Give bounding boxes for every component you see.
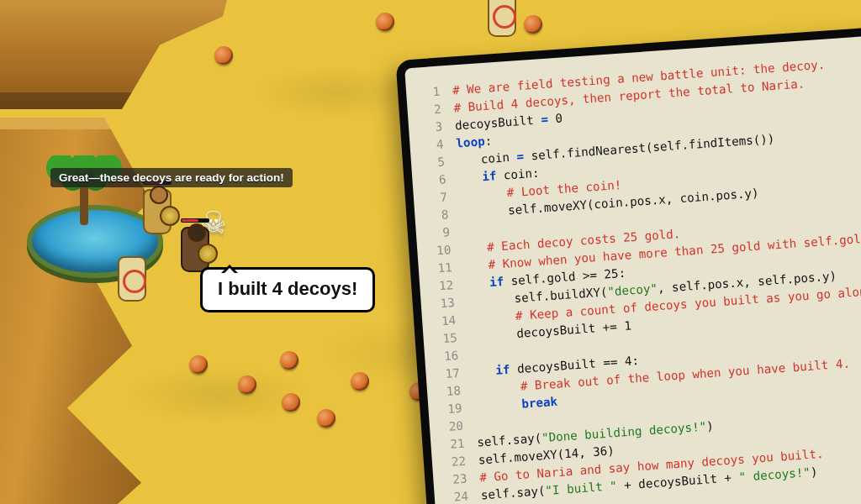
decoy-unit[interactable] [118, 256, 146, 302]
code-token: 0 [547, 112, 563, 126]
hero-unit[interactable] [181, 227, 209, 272]
coin [282, 393, 300, 412]
code-token: ) [706, 419, 715, 433]
ally-naria[interactable] [143, 189, 172, 234]
code-editor[interactable]: # We are field testing a new battle unit… [406, 51, 861, 504]
code-keyword: break [521, 395, 558, 411]
code-keyword: if [482, 169, 497, 183]
decoy-unit[interactable] [488, 0, 516, 37]
shield-icon [160, 206, 180, 226]
code-string: " decoys!" [738, 465, 811, 484]
code-keyword: loop [456, 134, 485, 150]
code-string: "decoy" [607, 281, 658, 298]
game-screenshot: ☠ Great—these decoys are ready for actio… [0, 0, 861, 504]
hero-speech-bubble: I built 4 decoys! [200, 267, 375, 312]
code-token: coin [480, 150, 517, 165]
coin [376, 13, 394, 31]
unit-head [188, 223, 206, 242]
coin [524, 15, 542, 34]
code-keyword: if [489, 275, 504, 289]
coin [351, 372, 369, 391]
coin [189, 355, 208, 374]
coin [317, 409, 335, 428]
hp-bar [181, 218, 209, 223]
code-editor-panel[interactable]: # We are field testing a new battle unit… [395, 25, 861, 504]
code-string: "I built " [545, 479, 617, 497]
code-token: ) [810, 465, 818, 479]
unit-head [150, 186, 168, 204]
code-token: self.say( [480, 484, 546, 501]
code-keyword: if [495, 363, 510, 377]
bones-decoration-icon: ☠ [202, 206, 256, 239]
code-token: : [484, 134, 493, 148]
coin [280, 351, 298, 370]
narration-banner: Great—these decoys are ready for action! [50, 168, 293, 187]
code-token: coin: [496, 166, 540, 183]
shield-icon [198, 244, 218, 264]
palm-tree-icon [46, 155, 122, 223]
coin [214, 46, 233, 65]
decoy-ring-icon [493, 5, 516, 29]
coin [238, 375, 256, 394]
code-token: self.say( [477, 431, 542, 449]
decoy-ring-icon [123, 270, 146, 293]
